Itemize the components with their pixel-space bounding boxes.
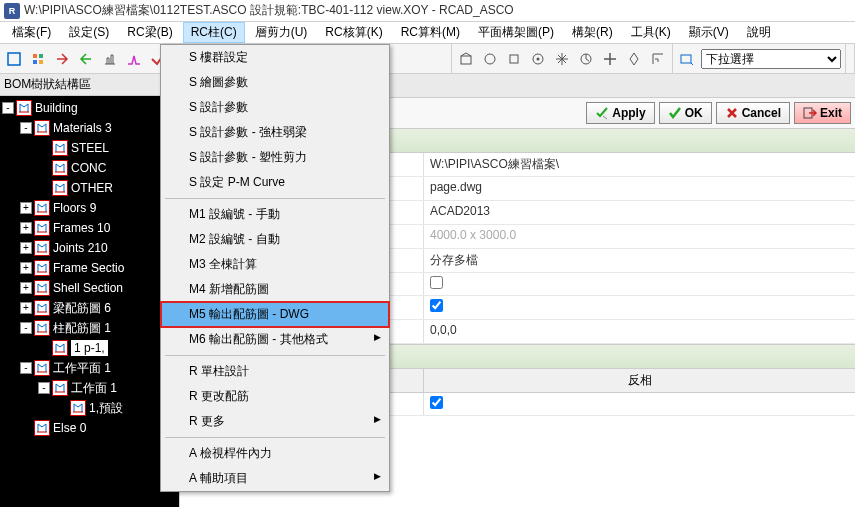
menu-item[interactable]: 工具(K) (623, 22, 679, 43)
menu-item[interactable]: M4 新增配筋圖 (161, 277, 389, 302)
menu-item[interactable]: R 更多▶ (161, 409, 389, 434)
menu-item[interactable]: M2 設編號 - 自動 (161, 227, 389, 252)
tree-toggle-icon[interactable]: + (20, 242, 32, 254)
svg-rect-4 (39, 60, 43, 64)
tool-icon[interactable] (624, 49, 644, 69)
tree-node[interactable]: +Shell Section (2, 278, 177, 298)
tool-icon[interactable] (124, 49, 144, 69)
property-value[interactable]: 分存多檔 (423, 249, 855, 272)
grid-cell[interactable] (423, 393, 855, 415)
property-value[interactable] (423, 296, 855, 319)
menu-item[interactable]: A 檢視桿件內力 (161, 441, 389, 466)
menu-item[interactable]: 設定(S) (61, 22, 117, 43)
tree-node[interactable]: Else 0 (2, 418, 177, 438)
menu-item[interactable]: 檔案(F) (4, 22, 59, 43)
property-value[interactable]: page.dwg (423, 177, 855, 200)
tool-icon[interactable] (648, 49, 668, 69)
menu-item[interactable]: 平面構架圖(P) (470, 22, 562, 43)
tree-node[interactable]: -工作平面 1 (2, 358, 177, 378)
tree-node[interactable]: 1,預設 (2, 398, 177, 418)
tree-node-icon (52, 180, 68, 196)
menu-item[interactable]: M3 全棟計算 (161, 252, 389, 277)
menu-item[interactable]: S 設計參數 (161, 95, 389, 120)
menu-separator (165, 437, 385, 438)
checkbox[interactable] (430, 276, 443, 289)
tree-node[interactable]: -Materials 3 (2, 118, 177, 138)
property-value[interactable]: 4000.0 x 3000.0 (423, 225, 855, 248)
tool-icon[interactable] (100, 49, 120, 69)
property-value[interactable] (423, 273, 855, 295)
menu-item[interactable]: S 設定 P-M Curve (161, 170, 389, 195)
menu-item[interactable]: RC梁(B) (119, 22, 180, 43)
ok-button[interactable]: OK (659, 102, 712, 124)
property-value[interactable]: 0,0,0 (423, 320, 855, 343)
menu-item[interactable]: RC柱(C) (183, 22, 245, 43)
tool-icon[interactable] (4, 49, 24, 69)
menu-item[interactable]: R 單柱設計 (161, 359, 389, 384)
bom-tree[interactable]: -Building-Materials 3STEELCONCOTHER+Floo… (0, 96, 179, 507)
checkbox[interactable] (430, 299, 443, 312)
tree-toggle-icon[interactable]: + (20, 282, 32, 294)
tree-node[interactable]: -工作面 1 (2, 378, 177, 398)
menu-item[interactable]: RC算料(M) (393, 22, 468, 43)
tree-node-icon (34, 280, 50, 296)
menu-item[interactable]: M5 輸出配筋圖 - DWG (160, 301, 390, 328)
tree-node-icon (52, 140, 68, 156)
tree-node-icon (34, 240, 50, 256)
tool-icon[interactable] (528, 49, 548, 69)
menu-item[interactable]: M6 輸出配筋圖 - 其他格式▶ (161, 327, 389, 352)
tree-toggle-icon[interactable]: - (20, 362, 32, 374)
tool-icon[interactable] (52, 49, 72, 69)
tree-toggle-icon[interactable]: + (20, 222, 32, 234)
dropdown-icon[interactable] (677, 49, 697, 69)
cancel-button[interactable]: Cancel (716, 102, 790, 124)
layer-select[interactable]: 下拉選擇 (701, 49, 841, 69)
tree-node[interactable]: +Floors 9 (2, 198, 177, 218)
tree-toggle-icon[interactable]: - (20, 122, 32, 134)
tool-icon[interactable] (28, 49, 48, 69)
menu-item[interactable]: 說明 (739, 22, 779, 43)
menu-item[interactable]: RC核算(K) (317, 22, 390, 43)
tool-icon[interactable] (552, 49, 572, 69)
tool-icon[interactable] (76, 49, 96, 69)
tree-node[interactable]: CONC (2, 158, 177, 178)
menu-item[interactable]: A 輔助項目▶ (161, 466, 389, 491)
tree-node[interactable]: -Building (2, 98, 177, 118)
tool-icon[interactable] (576, 49, 596, 69)
tool-icon[interactable] (600, 49, 620, 69)
tree-node[interactable]: STEEL (2, 138, 177, 158)
checkbox[interactable] (430, 396, 443, 409)
tree-toggle-icon[interactable]: - (2, 102, 14, 114)
tree-node[interactable]: +Frame Sectio (2, 258, 177, 278)
apply-button[interactable]: Apply (586, 102, 654, 124)
tree-toggle-icon[interactable]: + (20, 202, 32, 214)
menu-item[interactable]: S 樓群設定 (161, 45, 389, 70)
tree-toggle-icon[interactable]: + (20, 262, 32, 274)
tree-node[interactable]: 1 p-1, (2, 338, 177, 358)
menu-item[interactable]: 層剪力(U) (247, 22, 316, 43)
tool-icon[interactable] (504, 49, 524, 69)
property-value[interactable]: W:\PIPI\ASCO練習檔案\ (423, 153, 855, 176)
menu-item[interactable]: 構架(R) (564, 22, 621, 43)
tree-node[interactable]: +梁配筋圖 6 (2, 298, 177, 318)
svg-rect-10 (681, 55, 691, 63)
tree-node[interactable]: -柱配筋圖 1 (2, 318, 177, 338)
exit-button[interactable]: Exit (794, 102, 851, 124)
tree-toggle-icon[interactable]: + (20, 302, 32, 314)
menu-item[interactable]: S 設計參數 - 強柱弱梁 (161, 120, 389, 145)
tree-node[interactable]: OTHER (2, 178, 177, 198)
tree-toggle-icon[interactable]: - (20, 322, 32, 334)
toolbar: 下拉選擇 (0, 44, 855, 74)
tree-toggle-icon[interactable]: - (38, 382, 50, 394)
menu-item[interactable]: S 設計參數 - 塑性剪力 (161, 145, 389, 170)
tree-node[interactable]: +Joints 210 (2, 238, 177, 258)
menu-item[interactable]: 顯示(V) (681, 22, 737, 43)
tool-icon[interactable] (480, 49, 500, 69)
tree-node[interactable]: +Frames 10 (2, 218, 177, 238)
tool-icon[interactable] (456, 49, 476, 69)
property-value[interactable]: ACAD2013 (423, 201, 855, 224)
menu-item[interactable]: S 繪圖參數 (161, 70, 389, 95)
grid-header[interactable]: 反相 (423, 369, 855, 392)
menu-item[interactable]: R 更改配筋 (161, 384, 389, 409)
menu-item[interactable]: M1 設編號 - 手動 (161, 202, 389, 227)
